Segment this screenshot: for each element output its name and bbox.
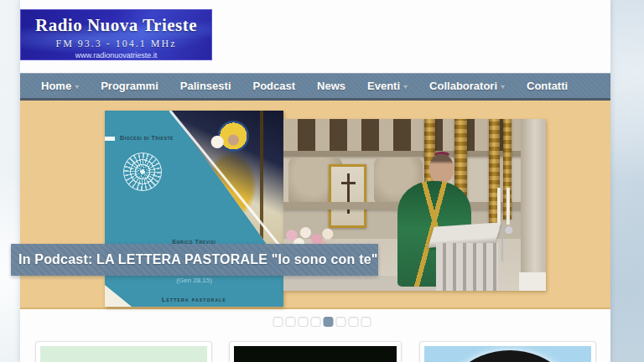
slider-pagination: [273, 317, 371, 327]
slider-dot[interactable]: [361, 317, 371, 327]
slider-dot[interactable]: [273, 317, 283, 327]
bishop-figure: [429, 154, 454, 184]
nav-item-eventi[interactable]: Eventi▾: [356, 80, 418, 92]
altar-cloth: [519, 272, 546, 291]
page-fold: [105, 285, 132, 307]
content-card-3[interactable]: [419, 341, 596, 362]
nav-item-collaboratori[interactable]: Collaboratori▾: [418, 80, 516, 92]
frequency-label: FM 93.3 - 104.1 MHz: [21, 38, 211, 50]
content-card-2[interactable]: [229, 341, 402, 362]
cover-dash: [105, 137, 115, 141]
content-card-1[interactable]: [35, 341, 212, 362]
main-navigation: Home▾ Programmi Palinsesti Podcast News …: [20, 73, 610, 101]
slide-caption-ribbon[interactable]: In Podcast: LA LETTERA PASTORALE "Io son…: [11, 244, 368, 276]
slider-dot[interactable]: [336, 317, 346, 327]
cover-publisher: Diocesi di Trieste: [120, 135, 174, 141]
hero-slider: Diocesi di Trieste Enrico Trevisi (Gen 2…: [20, 101, 610, 309]
site-logo[interactable]: Radio Nuova Trieste FM 93.3 - 104.1 MHz …: [20, 9, 212, 60]
crucifix-panel: [329, 164, 366, 228]
candle: [506, 188, 510, 225]
marble-column: [521, 119, 546, 291]
card-thumbnail: [40, 346, 207, 362]
nav-item-palinsesti[interactable]: Palinsesti: [169, 80, 242, 92]
slider-dot[interactable]: [311, 317, 321, 327]
website-url: www.radionuovatrieste.it: [21, 51, 211, 59]
rose-window-icon: [123, 153, 162, 191]
cover-verse: (Gen 28,15): [105, 277, 283, 284]
site-title: Radio Nuova Trieste: [21, 15, 211, 36]
slide-book-cover[interactable]: Diocesi di Trieste Enrico Trevisi (Gen 2…: [105, 111, 283, 307]
nav-item-home[interactable]: Home▾: [30, 80, 90, 92]
slider-dot[interactable]: [324, 317, 334, 327]
nav-item-news[interactable]: News: [306, 80, 356, 92]
ambo-front: [436, 243, 498, 291]
slider-dot[interactable]: [286, 317, 296, 327]
candle: [497, 188, 501, 225]
slide-caption-text: In Podcast: LA LETTERA PASTORALE "Io son…: [18, 252, 378, 267]
page-container: Radio Nuova Trieste FM 93.3 - 104.1 MHz …: [20, 0, 610, 362]
chevron-down-icon: ▾: [501, 82, 505, 91]
card-thumbnail: [424, 346, 591, 362]
nav-item-podcast[interactable]: Podcast: [242, 80, 307, 92]
record-arc: [434, 350, 585, 362]
card-thumbnail: [234, 346, 397, 362]
slider-dot[interactable]: [299, 317, 309, 327]
nav-item-contatti[interactable]: Contatti: [516, 80, 579, 92]
nav-item-programmi[interactable]: Programmi: [90, 80, 169, 92]
chevron-down-icon: ▾: [403, 82, 408, 91]
slider-dot[interactable]: [349, 317, 359, 327]
chevron-down-icon: ▾: [75, 82, 79, 91]
